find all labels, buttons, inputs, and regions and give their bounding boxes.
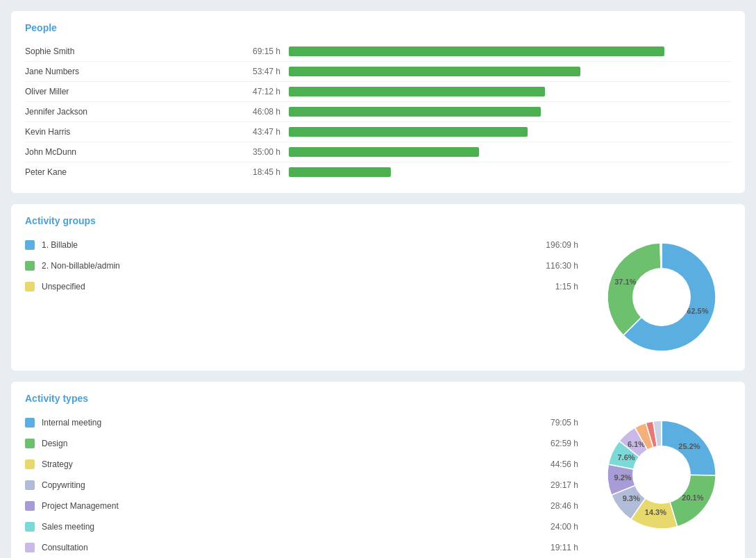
activity-type-time: 44:56 h: [551, 459, 578, 469]
person-bar: [289, 67, 580, 76]
activity-time: 116:30 h: [546, 261, 578, 271]
person-bar-container: [289, 107, 731, 117]
person-bar: [289, 87, 545, 96]
activity-color: [25, 261, 35, 271]
activity-color: [25, 240, 35, 250]
activity-groups-section: Activity groups 1. Billable 196:09 h 2. …: [11, 204, 745, 371]
activity-type-color: [25, 480, 35, 490]
activity-types-chart: 25.2%20.1%14.3%9.3%9.2%7.6%6.1%: [592, 412, 731, 537]
activity-type-color: [25, 439, 35, 448]
person-time: 18:45 h: [233, 167, 289, 177]
person-bar-container: [289, 127, 731, 137]
donut-label: 7.6%: [617, 453, 635, 462]
person-bar: [289, 107, 541, 117]
people-row: John McDunn 35:00 h: [25, 142, 731, 162]
person-bar-container: [289, 147, 731, 157]
activity-color: [25, 282, 35, 291]
activity-type-row: Copywriting 29:17 h: [25, 475, 592, 496]
person-bar-container: [289, 46, 731, 56]
activity-type-name: Strategy: [42, 459, 551, 469]
person-time: 35:00 h: [233, 147, 289, 157]
activity-type-time: 79:05 h: [551, 418, 578, 428]
person-name: Jane Numbers: [25, 67, 233, 76]
people-row: Jane Numbers 53:47 h: [25, 62, 731, 82]
activity-name: 2. Non-billable/admin: [42, 261, 546, 271]
person-name: Kevin Harris: [25, 127, 233, 137]
people-list: Sophie Smith 69:15 h Jane Numbers 53:47 …: [25, 42, 731, 182]
activity-types-section: Activity types Internal meeting 79:05 h …: [11, 382, 745, 558]
activity-types-donut: 25.2%20.1%14.3%9.3%9.2%7.6%6.1%: [599, 412, 724, 537]
donut-label: 62.5%: [687, 307, 708, 315]
activity-name: Unspecified: [42, 282, 555, 291]
activity-type-color: [25, 501, 35, 511]
person-bar-container: [289, 87, 731, 96]
activity-type-name: Design: [42, 439, 551, 448]
activity-types-title: Activity types: [25, 393, 731, 404]
activity-type-color: [25, 418, 35, 428]
activity-type-row: Sales meeting 24:00 h: [25, 516, 592, 537]
activity-type-color: [25, 459, 35, 469]
donut-label: 20.1%: [682, 493, 703, 502]
activity-types-content: Internal meeting 79:05 h Design 62:59 h …: [25, 412, 731, 558]
activity-groups-list: 1. Billable 196:09 h 2. Non-billable/adm…: [25, 235, 592, 297]
person-time: 43:47 h: [233, 127, 289, 137]
activity-time: 196:09 h: [546, 240, 578, 250]
activity-type-name: Project Management: [42, 501, 551, 511]
donut-label: 25.2%: [678, 442, 700, 450]
svg-point-1: [632, 446, 691, 504]
activity-groups-content: 1. Billable 196:09 h 2. Non-billable/adm…: [25, 235, 731, 360]
person-time: 69:15 h: [233, 46, 289, 56]
activity-type-row: Design 62:59 h: [25, 433, 592, 454]
activity-type-row: Project Management 28:46 h: [25, 496, 592, 516]
person-bar-container: [289, 167, 731, 177]
activity-type-name: Sales meeting: [42, 522, 551, 532]
activity-type-name: Consultation: [42, 543, 551, 552]
person-name: Oliver Miller: [25, 87, 233, 96]
activity-type-row: Consultation 19:11 h: [25, 537, 592, 558]
person-time: 46:08 h: [233, 107, 289, 117]
donut-label: 9.2%: [614, 473, 632, 482]
activity-type-time: 28:46 h: [551, 501, 578, 511]
people-section: People Sophie Smith 69:15 h Jane Numbers…: [11, 11, 745, 193]
person-time: 47:12 h: [233, 87, 289, 96]
people-row: Sophie Smith 69:15 h: [25, 42, 731, 62]
person-bar: [289, 147, 479, 157]
activity-type-color: [25, 522, 35, 532]
activity-type-name: Copywriting: [42, 480, 551, 490]
activity-time: 1:15 h: [555, 282, 578, 291]
activity-group-row: Unspecified 1:15 h: [25, 276, 592, 297]
donut-label: 37.1%: [614, 278, 636, 286]
person-bar: [289, 127, 528, 137]
activity-type-color: [25, 543, 35, 552]
activity-group-row: 2. Non-billable/admin 116:30 h: [25, 255, 592, 276]
activity-type-time: 19:11 h: [551, 543, 578, 552]
person-name: John McDunn: [25, 147, 233, 157]
activity-type-name: Internal meeting: [42, 418, 551, 428]
people-row: Jennifer Jackson 46:08 h: [25, 102, 731, 122]
people-row: Oliver Miller 47:12 h: [25, 82, 731, 102]
person-time: 53:47 h: [233, 67, 289, 76]
activity-type-row: Strategy 44:56 h: [25, 454, 592, 475]
person-name: Peter Kane: [25, 167, 233, 177]
svg-point-0: [632, 268, 691, 326]
donut-label: 14.3%: [645, 508, 666, 516]
people-row: Kevin Harris 43:47 h: [25, 122, 731, 142]
activity-groups-donut: 62.5%37.1%: [599, 235, 724, 360]
person-bar: [289, 46, 664, 56]
person-name: Sophie Smith: [25, 46, 233, 56]
people-row: Peter Kane 18:45 h: [25, 162, 731, 182]
activity-types-list: Internal meeting 79:05 h Design 62:59 h …: [25, 412, 592, 558]
person-name: Jennifer Jackson: [25, 107, 233, 117]
donut-label: 9.3%: [623, 494, 640, 502]
activity-type-time: 62:59 h: [551, 439, 578, 448]
person-bar: [289, 167, 391, 177]
activity-type-row: Internal meeting 79:05 h: [25, 412, 592, 433]
activity-name: 1. Billable: [42, 240, 546, 250]
activity-groups-chart: 62.5%37.1%: [592, 235, 731, 360]
activity-type-time: 29:17 h: [551, 480, 578, 490]
activity-type-time: 24:00 h: [551, 522, 578, 532]
activity-group-row: 1. Billable 196:09 h: [25, 235, 592, 255]
people-title: People: [25, 22, 731, 33]
person-bar-container: [289, 67, 731, 76]
activity-groups-title: Activity groups: [25, 215, 731, 226]
